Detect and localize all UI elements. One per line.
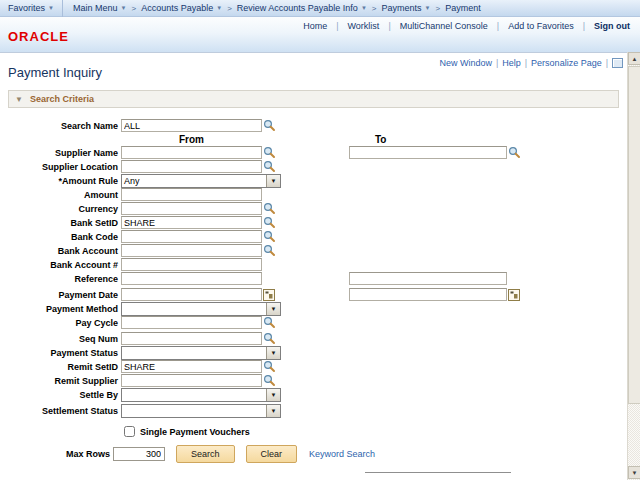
lookup-icon[interactable] (263, 160, 276, 173)
bank-account-input[interactable] (121, 244, 262, 257)
form-row-bank-account: Bank Account (8, 244, 627, 257)
field-label: Remit Supplier (8, 376, 121, 386)
single-payment-vouchers-row: Single Payment Vouchers (124, 425, 627, 438)
max-rows-input[interactable] (113, 447, 165, 461)
breadcrumb-bar: Favorites ▼ Main Menu▼>Accounts Payable▼… (0, 0, 640, 17)
favorites-menu[interactable]: Favorites ▼ (0, 3, 62, 13)
page-link-help[interactable]: Help (502, 58, 521, 68)
field-label: Bank SetID (8, 218, 121, 228)
lookup-icon[interactable] (508, 146, 521, 159)
reference-to-input[interactable] (349, 272, 507, 285)
clear-button[interactable]: Clear (246, 445, 298, 463)
search-criteria-header[interactable]: ▼ Search Criteria (8, 90, 619, 108)
to-column-header: To (349, 134, 386, 145)
calendar-icon[interactable] (508, 288, 520, 301)
breadcrumb-item-main-menu[interactable]: Main Menu▼ (73, 3, 126, 13)
lookup-icon[interactable] (263, 332, 276, 345)
bank-setid-input[interactable] (121, 216, 262, 229)
breadcrumb-separator: > (435, 4, 440, 13)
form-row-remit-supplier: Remit Supplier (8, 374, 627, 387)
chevron-down-icon: ▼ (216, 5, 222, 11)
lookup-icon[interactable] (263, 230, 276, 243)
header-link-worklist[interactable]: Worklist (339, 21, 389, 31)
vertical-scrollbar[interactable]: ▲ ▼ (627, 52, 640, 480)
scrollbar-thumb[interactable] (628, 66, 640, 404)
seq-num-input[interactable] (121, 332, 262, 345)
page-link-personalize-page[interactable]: Personalize Page (531, 58, 602, 68)
collapse-triangle-icon[interactable]: ▼ (15, 95, 23, 104)
lookup-icon[interactable] (263, 146, 276, 159)
pay-cycle-input[interactable] (121, 316, 262, 329)
banner: ORACLE Home|Worklist|MultiChannel Consol… (0, 17, 640, 53)
scroll-up-icon[interactable]: ▲ (628, 52, 640, 65)
lookup-icon[interactable] (263, 316, 276, 329)
bottom-divider (365, 472, 511, 473)
form-row-payment-date: Payment Date (8, 288, 627, 301)
lookup-icon[interactable] (263, 202, 276, 215)
supplier-name-input[interactable] (121, 146, 262, 159)
remit-setid-input[interactable] (121, 360, 262, 373)
form-row-supplier-location: Supplier Location (8, 160, 627, 173)
sign-out-link[interactable]: Sign out (585, 21, 632, 31)
dropdown-arrow-icon[interactable]: ▼ (266, 405, 280, 417)
field-label: Search Name (8, 121, 121, 131)
amount-input[interactable] (121, 188, 262, 201)
page-link-new-window[interactable]: New Window (439, 58, 492, 68)
supplier-location-input[interactable] (121, 160, 262, 173)
search-button[interactable]: Search (176, 445, 235, 463)
field-label: Bank Code (8, 232, 121, 242)
settlement-status-select[interactable]: ▼ (121, 404, 281, 418)
breadcrumb-item-review-accounts-payable-info[interactable]: Review Accounts Payable Info▼ (237, 3, 367, 13)
field-label: Supplier Name (8, 148, 121, 158)
chevron-down-icon: ▼ (361, 5, 367, 11)
oracle-logo: ORACLE (8, 29, 69, 44)
page-url-icon[interactable] (612, 58, 623, 68)
payment-date-input[interactable] (121, 288, 262, 301)
max-rows-label: Max Rows (0, 449, 113, 459)
amount-rule-select[interactable]: Any▼ (121, 174, 281, 188)
supplier-name-to-input[interactable] (349, 146, 507, 159)
single-payment-vouchers-label: Single Payment Vouchers (140, 427, 250, 437)
dropdown-arrow-icon[interactable]: ▼ (266, 303, 280, 315)
dropdown-arrow-icon[interactable]: ▼ (266, 175, 280, 187)
settle-by-select[interactable]: ▼ (121, 388, 281, 402)
breadcrumb-item-payments[interactable]: Payments▼ (382, 3, 431, 13)
form-row-pay-cycle: Pay Cycle (8, 316, 627, 329)
header-link-home[interactable]: Home (294, 21, 336, 31)
application-window: Favorites ▼ Main Menu▼>Accounts Payable▼… (0, 0, 640, 480)
reference-input[interactable] (121, 272, 262, 285)
breadcrumb-item-payment[interactable]: Payment (445, 3, 481, 13)
bank-account-num-input[interactable] (121, 258, 262, 271)
currency-input[interactable] (121, 202, 262, 215)
lookup-icon[interactable] (263, 119, 276, 132)
bank-code-input[interactable] (121, 230, 262, 243)
header-link-add-to-favorites[interactable]: Add to Favorites (499, 21, 583, 31)
form-row-reference: Reference (8, 272, 627, 285)
divider (62, 0, 63, 17)
search-name-input[interactable] (121, 119, 262, 132)
breadcrumb-item-accounts-payable[interactable]: Accounts Payable▼ (141, 3, 222, 13)
field-label: Seq Num (8, 334, 121, 344)
form-row-bank-code: Bank Code (8, 230, 627, 243)
calendar-icon[interactable] (263, 288, 275, 301)
header-link-multichannel-console[interactable]: MultiChannel Console (391, 21, 497, 31)
lookup-icon[interactable] (263, 360, 276, 373)
remit-supplier-input[interactable] (121, 374, 262, 387)
payment-date-to-input[interactable] (349, 288, 507, 301)
from-column-header: From (121, 134, 262, 145)
keyword-search-link[interactable]: Keyword Search (309, 449, 375, 459)
chevron-down-icon: ▼ (48, 5, 54, 11)
column-headers: FromTo (8, 133, 627, 145)
lookup-icon[interactable] (263, 216, 276, 229)
form-row-bank-setid: Bank SetID (8, 216, 627, 229)
section-title: Search Criteria (30, 94, 94, 104)
payment-status-select[interactable]: ▼ (121, 346, 281, 360)
single-payment-vouchers-checkbox[interactable] (124, 426, 135, 437)
lookup-icon[interactable] (263, 374, 276, 387)
dropdown-arrow-icon[interactable]: ▼ (266, 347, 280, 359)
payment-method-select[interactable]: ▼ (121, 302, 281, 316)
dropdown-arrow-icon[interactable]: ▼ (266, 389, 280, 401)
scroll-down-icon[interactable]: ▼ (628, 466, 640, 479)
favorites-label: Favorites (8, 3, 45, 13)
lookup-icon[interactable] (263, 244, 276, 257)
